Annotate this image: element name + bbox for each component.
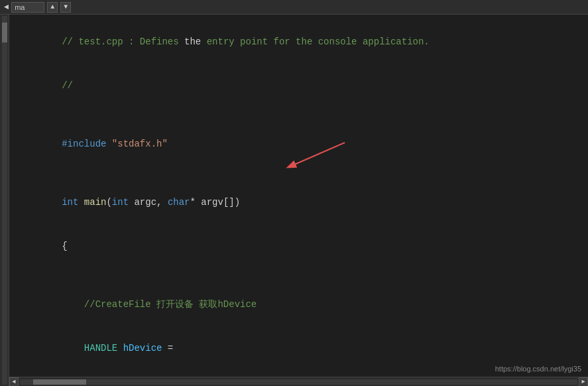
bottom-scrollbar: ◄ ►	[9, 377, 588, 386]
scroll-up-btn[interactable]: ▲	[47, 2, 58, 13]
watermark-text: https://blog.csdn.net/lygi35	[495, 365, 581, 373]
comment-text-1: // test.cpp : Defines the entry point fo…	[62, 36, 430, 47]
func-main: main	[84, 197, 107, 208]
code-line-10: HANDLE hDevice =	[17, 326, 580, 370]
nav-arrow-left[interactable]: ◄	[4, 3, 9, 12]
scroll-down-btn[interactable]: ▼	[60, 2, 71, 13]
h-scroll-thumb	[33, 379, 86, 385]
argv-text: * argv[])	[190, 197, 240, 208]
comment-createfile: //CreateFile 打开设备 获取hDevice	[62, 299, 257, 310]
left-scroll-thumb	[2, 23, 7, 42]
code-line-6: int main(int argc, char* argv[])	[17, 180, 580, 224]
equals-sign: =	[162, 343, 173, 354]
editor-container: ◄ ▲ ▼ // test.cpp : Defines the entry po…	[0, 0, 588, 386]
open-brace-1: {	[62, 241, 67, 251]
code-content: // test.cpp : Defines the entry point fo…	[9, 15, 588, 386]
handle-type: HANDLE	[62, 343, 123, 354]
include-directive: #include	[62, 139, 112, 149]
scroll-right-btn[interactable]: ►	[579, 377, 588, 387]
top-bar: ◄ ▲ ▼	[0, 0, 588, 15]
include-file: "stdafx.h"	[112, 139, 168, 149]
code-line-5	[17, 166, 580, 180]
left-scrollbar[interactable]	[0, 15, 9, 386]
code-line-7: {	[17, 224, 580, 268]
h-scroll-track	[20, 379, 577, 385]
code-line-8	[17, 268, 580, 283]
scope-dropdown[interactable]	[11, 2, 44, 13]
hdevice-var: hDevice	[123, 343, 162, 354]
code-area: // test.cpp : Defines the entry point fo…	[0, 15, 588, 386]
toolbar-nav: ◄ ▲ ▼	[4, 2, 71, 13]
code-line-1: // test.cpp : Defines the entry point fo…	[17, 20, 580, 64]
left-scroll-track	[2, 16, 7, 385]
main-params: (	[106, 197, 111, 208]
kw-int-1: int	[62, 197, 84, 208]
comment-text-2: //	[62, 80, 73, 91]
kw-int-2: int	[112, 197, 135, 208]
argc-text: argc,	[134, 197, 167, 208]
code-line-3	[17, 107, 580, 122]
code-line-9: //CreateFile 打开设备 获取hDevice	[17, 283, 580, 326]
kw-char: char	[168, 197, 190, 208]
code-line-4: #include "stdafx.h"	[17, 122, 580, 166]
scroll-left-btn[interactable]: ◄	[9, 377, 19, 387]
code-line-2: //	[17, 64, 580, 107]
